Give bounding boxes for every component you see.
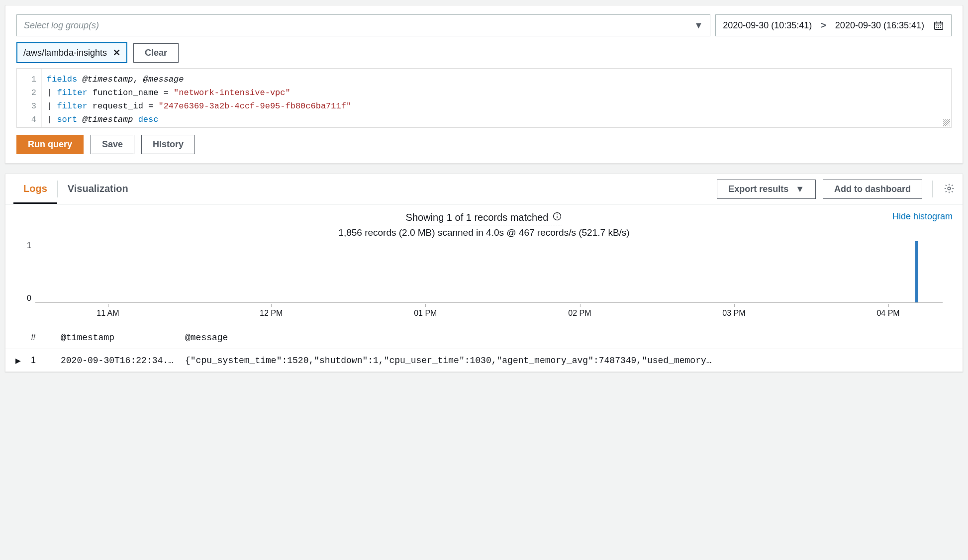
- col-header-timestamp[interactable]: @timestamp: [56, 326, 180, 349]
- export-results-button[interactable]: Export results ▼: [717, 180, 816, 199]
- chevron-down-icon: ▼: [795, 184, 804, 194]
- query-panel: Select log group(s) ▼ 2020-09-30 (10:35:…: [5, 5, 963, 164]
- editor-gutter: 1 2 3 4: [17, 69, 42, 127]
- histogram-x-tick: 04 PM: [876, 309, 899, 318]
- chevron-right-icon: >: [821, 20, 826, 31]
- run-query-button[interactable]: Run query: [16, 135, 84, 154]
- selected-log-group-name: /aws/lambda-insights: [23, 48, 107, 58]
- chevron-down-icon: ▼: [694, 20, 703, 31]
- tab-logs[interactable]: Logs: [13, 174, 57, 204]
- histogram-x-tick: 03 PM: [722, 309, 745, 318]
- histogram-x-axis: 11 AM12 PM01 PM02 PM03 PM04 PM: [35, 306, 943, 321]
- code-line: | filter request_id = "247e6369-3a2b-4cc…: [47, 99, 351, 113]
- summary-scanned: 1,856 records (2.0 MB) scanned in 4.0s @…: [15, 227, 953, 238]
- histogram-x-tick: 02 PM: [568, 309, 591, 318]
- info-icon[interactable]: [552, 211, 562, 224]
- code-line: fields @timestamp, @message: [47, 73, 351, 86]
- save-button[interactable]: Save: [91, 135, 134, 154]
- histogram-bar[interactable]: [915, 241, 918, 302]
- query-editor[interactable]: 1 2 3 4 fields @timestamp, @message| fil…: [16, 68, 952, 128]
- editor-code[interactable]: fields @timestamp, @message| filter func…: [42, 69, 356, 127]
- results-summary: Showing 1 of 1 records matched 1,856 rec…: [5, 204, 963, 241]
- col-header-message[interactable]: @message: [180, 326, 963, 349]
- time-range-picker[interactable]: 2020-09-30 (10:35:41) > 2020-09-30 (16:3…: [715, 14, 952, 36]
- cell-num: 1: [26, 349, 56, 372]
- cell-timestamp: 2020-09-30T16:22:34.…: [56, 349, 180, 372]
- remove-tag-icon[interactable]: ✕: [113, 47, 120, 58]
- log-group-placeholder: Select log group(s): [24, 20, 99, 31]
- cell-message: {"cpu_system_time":1520,"shutdown":1,"cp…: [180, 349, 963, 372]
- summary-matched: Showing 1 of 1 records matched: [406, 212, 549, 223]
- histogram-x-tick: 01 PM: [414, 309, 437, 318]
- tabs-bar: Logs Visualization Export results ▼ Add …: [5, 174, 963, 204]
- editor-resize-handle[interactable]: [943, 119, 950, 126]
- table-row[interactable]: ▶12020-09-30T16:22:34.…{"cpu_system_time…: [5, 349, 963, 372]
- clear-button[interactable]: Clear: [133, 43, 179, 63]
- selected-log-group-tag: /aws/lambda-insights ✕: [16, 42, 127, 63]
- time-from: 2020-09-30 (10:35:41): [723, 20, 812, 31]
- results-table: # @timestamp @message ▶12020-09-30T16:22…: [5, 326, 963, 372]
- log-group-select[interactable]: Select log group(s) ▼: [16, 14, 710, 36]
- svg-point-1: [948, 187, 951, 190]
- calendar-icon[interactable]: [933, 20, 944, 31]
- table-header-row: # @timestamp @message: [5, 326, 963, 349]
- histogram-y-axis: 1 0: [15, 241, 31, 303]
- history-button[interactable]: History: [141, 135, 195, 154]
- expand-row-icon[interactable]: ▶: [15, 357, 21, 365]
- results-panel: Logs Visualization Export results ▼ Add …: [5, 174, 963, 372]
- histogram-x-tick: 11 AM: [97, 309, 119, 318]
- tab-visualization[interactable]: Visualization: [58, 174, 138, 204]
- histogram-plot: [35, 241, 943, 303]
- code-line: | sort @timestamp desc: [47, 113, 351, 126]
- histogram-x-tick: 12 PM: [260, 309, 283, 318]
- col-header-num[interactable]: #: [26, 326, 56, 349]
- hide-histogram-link[interactable]: Hide histogram: [892, 211, 953, 222]
- time-to: 2020-09-30 (16:35:41): [835, 20, 924, 31]
- gear-icon[interactable]: [944, 183, 955, 195]
- add-to-dashboard-button[interactable]: Add to dashboard: [823, 180, 922, 199]
- code-line: | filter function_name = "network-intens…: [47, 86, 351, 99]
- histogram-chart: 1 0 11 AM12 PM01 PM02 PM03 PM04 PM: [35, 241, 943, 321]
